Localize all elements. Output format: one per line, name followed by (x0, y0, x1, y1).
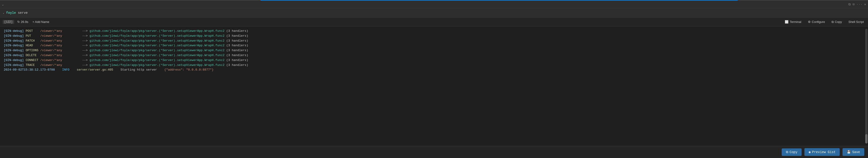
save-icon: 💾 (847, 150, 851, 154)
terminal-line: [GIN-debug] OPTIONS /viewer/*any --> git… (4, 48, 864, 53)
line-count-badge: [122] (3, 20, 14, 24)
add-name-button[interactable]: + Add Name (32, 20, 50, 24)
terminal-line: [GIN-debug] POST /viewer/*any --> github… (4, 29, 864, 34)
scrollbar-thumb[interactable] (865, 134, 868, 144)
app-title: foyle serve (6, 11, 28, 15)
preview-gist-button[interactable]: ◉ Preview Gist (804, 148, 840, 156)
terminal-line-info: 2024-09-02T15:38:12.173-0700 INFO server… (4, 68, 864, 72)
bottom-bar: ⧉ Copy ◉ Preview Gist 💾 Save (0, 146, 868, 158)
window-controls-left: ⌄ (2, 2, 4, 6)
terminal-line: [GIN-debug] TRACE /viewer/*any --> githu… (4, 63, 864, 68)
app-command-text: serve (18, 11, 28, 15)
window-controls: ⌄ ⧉ ⊡ ··· ✕ (0, 1, 868, 8)
dropdown-icon[interactable]: ⌄ (2, 2, 4, 6)
shell-script-label: Shell Script (848, 20, 864, 24)
preview-gist-label: Preview Gist (812, 150, 836, 154)
terminal-label: Terminal (790, 20, 801, 24)
progress-bar (0, 0, 868, 1)
toolbar: [122] ↻ 26.9s + Add Name ⬜ Terminal ⚙ Co… (0, 18, 868, 26)
terminal-lines: [GIN-debug] POST /viewer/*any --> github… (4, 29, 864, 144)
terminal-area: [GIN-debug] POST /viewer/*any --> github… (0, 26, 868, 146)
top-bar: ⌄ foyle serve (0, 8, 868, 18)
refresh-icon: ↻ (17, 20, 20, 24)
more-options-icon[interactable]: ··· (856, 3, 862, 6)
copy-btn-label: Copy (790, 150, 798, 154)
toolbar-right: ⬜ Terminal ⚙ Configure ⧉ Copy Shell Scri… (783, 20, 865, 24)
app-name: foyle (6, 11, 16, 15)
top-bar-left: ⌄ foyle serve (3, 11, 28, 15)
terminal-icon: ⬜ (785, 20, 788, 24)
tab-dropdown-icon[interactable]: ⌄ (3, 11, 4, 14)
toolbar-left: [122] ↻ 26.9s + Add Name (3, 20, 50, 24)
preview-icon: ◉ (809, 150, 810, 154)
window-controls-right: ⧉ ⊡ ··· ✕ (848, 2, 866, 6)
terminal-button[interactable]: ⬜ Terminal (783, 20, 803, 24)
copy-btn-icon: ⧉ (786, 150, 788, 154)
configure-button[interactable]: ⚙ Configure (806, 20, 826, 24)
copy-icon: ⧉ (832, 20, 834, 24)
shell-script-button[interactable]: Shell Script (847, 20, 865, 24)
copy-label: Copy (835, 20, 842, 24)
terminal-line: [GIN-debug] CONNECT /viewer/*any --> git… (4, 58, 864, 63)
terminal-line: [GIN-debug] HEAD /viewer/*any --> github… (4, 43, 864, 48)
save-label: Save (852, 150, 860, 154)
bottom-copy-button[interactable]: ⧉ Copy (782, 149, 802, 156)
refresh-button[interactable]: ↻ 26.9s (17, 20, 29, 24)
configure-icon: ⚙ (808, 20, 811, 24)
terminal-line: [GIN-debug] DELETE /viewer/*any --> gith… (4, 53, 864, 58)
scrollbar[interactable] (865, 29, 868, 144)
terminal-line: [GIN-debug] PATCH /viewer/*any --> githu… (4, 38, 864, 43)
terminal-line: [GIN-debug] PUT /viewer/*any --> github.… (4, 34, 864, 38)
progress-bar-fill (260, 0, 738, 1)
open-terminal-icon[interactable]: ⊡ (852, 2, 855, 6)
refresh-time: 26.9s (21, 20, 28, 24)
toolbar-copy-button[interactable]: ⧉ Copy (830, 20, 843, 24)
split-editor-icon[interactable]: ⧉ (848, 3, 851, 6)
configure-label: Configure (812, 20, 825, 24)
add-name-label: + Add Name (32, 20, 49, 24)
close-panel-icon[interactable]: ✕ (864, 2, 866, 6)
save-button[interactable]: 💾 Save (842, 148, 864, 156)
